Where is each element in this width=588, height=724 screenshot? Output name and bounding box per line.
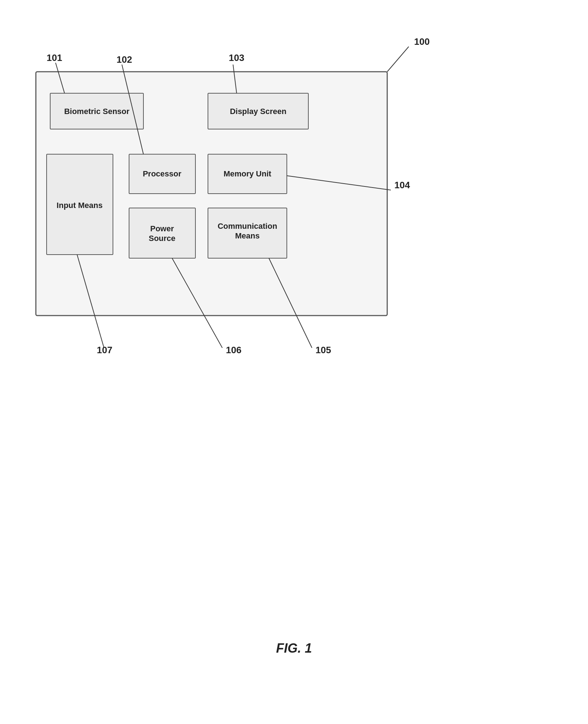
figure-caption: FIG. 1 (276, 641, 312, 656)
ref-101: 101 (47, 52, 62, 63)
svg-text:Power: Power (150, 224, 174, 233)
svg-line-15 (77, 255, 104, 348)
svg-text:Source: Source (149, 234, 176, 243)
svg-rect-0 (36, 72, 387, 316)
ref-102: 102 (117, 54, 132, 65)
svg-line-13 (269, 258, 312, 348)
svg-rect-4 (129, 154, 195, 194)
svg-line-11 (233, 65, 237, 93)
svg-line-8 (387, 47, 409, 72)
ref-105: 105 (316, 345, 331, 355)
ref-100: 100 (414, 36, 430, 47)
svg-line-9 (56, 63, 65, 93)
svg-line-10 (122, 65, 143, 154)
svg-text:Biometric Sensor: Biometric Sensor (64, 107, 130, 116)
svg-rect-7 (208, 208, 287, 258)
ref-106: 106 (226, 345, 241, 355)
svg-rect-1 (50, 93, 143, 129)
svg-text:Processor: Processor (143, 169, 181, 178)
svg-text:Memory Unit: Memory Unit (223, 169, 271, 178)
svg-line-14 (172, 258, 222, 348)
ref-103: 103 (229, 52, 244, 63)
svg-rect-5 (208, 154, 287, 194)
ref-104: 104 (394, 180, 410, 190)
ref-107: 107 (97, 345, 112, 355)
svg-rect-2 (208, 93, 308, 129)
svg-text:Means: Means (235, 231, 260, 240)
svg-text:Communication: Communication (218, 222, 277, 231)
svg-text:Input Means: Input Means (57, 201, 103, 210)
svg-rect-3 (47, 154, 113, 255)
svg-rect-6 (129, 208, 195, 258)
svg-line-12 (287, 176, 391, 190)
svg-text:Display Screen: Display Screen (230, 107, 286, 116)
